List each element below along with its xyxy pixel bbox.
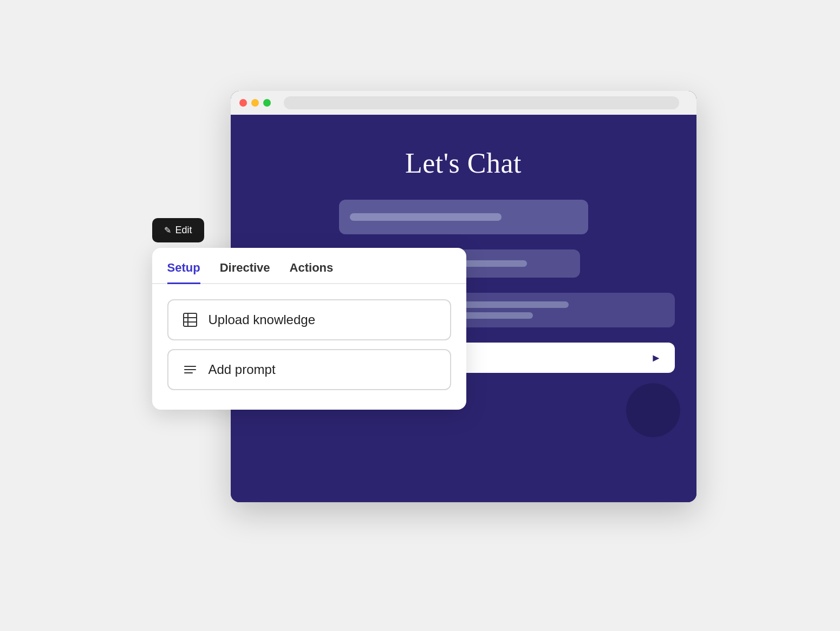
scene: Let's Chat ► ✎ [122, 58, 718, 573]
browser-titlebar [231, 91, 696, 115]
chat-input-bar[interactable] [339, 200, 588, 234]
traffic-light-green[interactable] [263, 99, 271, 107]
edit-button[interactable]: ✎ Edit [152, 218, 204, 242]
tab-directive[interactable]: Directive [220, 261, 270, 284]
app-title: Let's Chat [405, 147, 522, 179]
tab-setup[interactable]: Setup [167, 261, 200, 284]
add-prompt-card[interactable]: Add prompt [167, 349, 451, 390]
url-bar [284, 96, 679, 109]
send-icon: ► [651, 352, 662, 364]
panel-body: Upload knowledge Add prompt [152, 284, 466, 410]
lines-icon [181, 362, 199, 377]
edit-label: Edit [175, 225, 192, 236]
table-icon [181, 312, 199, 327]
add-prompt-label: Add prompt [209, 362, 276, 377]
upload-knowledge-card[interactable]: Upload knowledge [167, 299, 451, 340]
tab-actions[interactable]: Actions [290, 261, 334, 284]
send-button[interactable]: ► [647, 348, 666, 367]
upload-knowledge-label: Upload knowledge [209, 312, 315, 327]
chat-bar-inner [350, 213, 502, 221]
bubble-line-2 [453, 301, 569, 308]
setup-panel: Setup Directive Actions [152, 248, 466, 410]
chat-input-row[interactable]: ► [442, 343, 675, 373]
decorative-circle [626, 383, 680, 437]
pencil-icon: ✎ [164, 225, 171, 235]
chat-bubble-2 [442, 293, 675, 327]
tabs-container: Setup Directive Actions [152, 248, 466, 284]
svg-rect-0 [184, 313, 197, 326]
traffic-light-red[interactable] [239, 99, 247, 107]
traffic-light-yellow[interactable] [251, 99, 259, 107]
